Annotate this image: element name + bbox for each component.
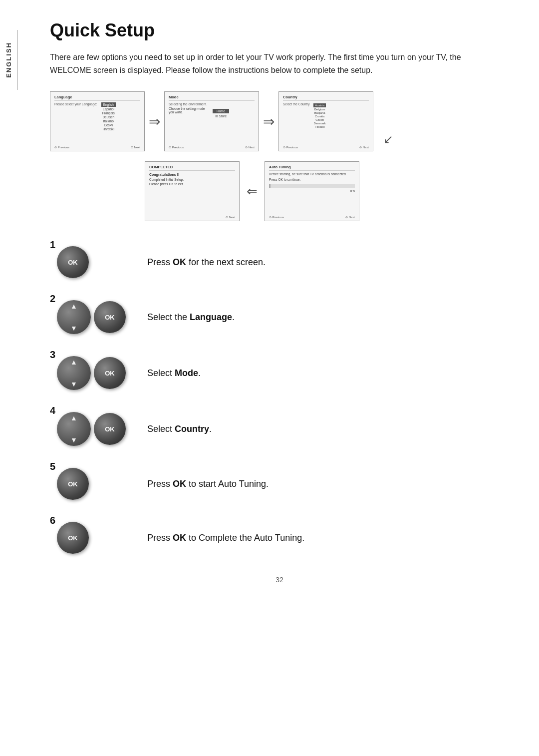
step-1-buttons: OK: [50, 246, 137, 278]
ok-label-5: OK: [68, 480, 78, 488]
language-screen-title: Language: [54, 95, 140, 101]
country-austria: Austria: [313, 103, 325, 107]
progress-bar: [269, 184, 355, 188]
step-6-text: Press OK to Complete the Auto Tuning.: [147, 531, 304, 545]
step-1-text: Press OK for the next screen.: [147, 256, 266, 269]
autotuning-screen-title: Auto Tuning: [269, 165, 355, 171]
step-2-ok-button: OK: [94, 301, 126, 333]
step-6-number: 6: [50, 515, 55, 526]
arrow-autotuning-to-completed: ⇐: [240, 184, 265, 199]
autotuning-screen-footer: ⊙ Previous ⊙ Next: [265, 215, 359, 219]
country-bulgaria: Bulgaria: [313, 111, 325, 114]
country-screen: Country Select the Country Austria Belgi…: [278, 91, 373, 151]
step-2-buttons: ▲ ▼ OK: [50, 300, 137, 334]
country-denmark: Denmark: [313, 122, 325, 125]
country-screen-title: Country: [283, 95, 369, 101]
completed-next: ⊙ Next: [226, 215, 235, 219]
autotuning-desc: Before starting, be sure that TV antenna…: [269, 172, 355, 176]
step-1-ok-button: OK: [57, 246, 89, 278]
ok-label-3: OK: [105, 370, 115, 377]
lang-deutsch: Deutsch: [101, 115, 116, 119]
step-5-buttons: OK: [50, 468, 137, 500]
lang-cesky: Cesky: [101, 123, 116, 127]
step-2-nav-up: ▲: [70, 302, 77, 310]
lang-english: English: [101, 102, 116, 107]
arrow-lang-to-mode: ⇒: [149, 113, 160, 130]
step-5-row: 5 OK Press OK to start Auto Tuning.: [50, 468, 509, 500]
step-2-text: Select the Language.: [147, 311, 235, 324]
mode-description: Choose the setting mode you want.: [169, 107, 209, 114]
country-prev: ⊙ Previous: [283, 145, 298, 149]
language-screen-subtitle: Please select your Language:: [54, 102, 97, 106]
step-1-number: 1: [50, 239, 55, 251]
language-screen-footer: ⊙ Previous ⊙ Next: [50, 145, 144, 149]
step-4-number: 4: [50, 405, 55, 416]
step-3-nav-down: ▼: [70, 380, 77, 388]
progress-fill: [269, 184, 270, 188]
ok-label-2: OK: [105, 314, 115, 321]
mode-prev: ⊙ Previous: [169, 145, 184, 149]
step-6-ok-button: OK: [57, 522, 89, 554]
completed-screen-title: COMPLETED: [149, 165, 235, 171]
page-title: Quick Setup: [50, 20, 509, 41]
step-1-row: 1 OK Press OK for the next screen.: [50, 246, 509, 278]
mode-screen-footer: ⊙ Previous ⊙ Next: [165, 145, 259, 149]
step-3-row: 3 ▲ ▼ OK Select Mode.: [50, 356, 509, 390]
lang-next: ⊙ Next: [131, 145, 140, 149]
ok-label-1: OK: [68, 259, 78, 266]
step-5-number: 5: [50, 461, 55, 472]
lang-espanol: Español: [101, 107, 116, 111]
language-list: English Español Français Deutsch Italian…: [101, 102, 116, 131]
step-2-number: 2: [50, 293, 55, 305]
step-3-nav-button: ▲ ▼: [57, 356, 91, 390]
lang-italiano: Italiano: [101, 119, 116, 123]
step-2-nav-down: ▼: [70, 324, 77, 332]
corner-arrow: ↙: [383, 132, 393, 146]
mode-next: ⊙ Next: [245, 145, 255, 149]
completed-line2: Please press OK to exit.: [149, 182, 235, 186]
step-3-ok-button: OK: [94, 357, 126, 389]
setup-diagram: Language Please select your Language: En…: [50, 91, 509, 221]
autotuning-next: ⊙ Next: [345, 215, 355, 219]
mode-list: Home In Store: [213, 109, 229, 118]
ok-label-6: OK: [68, 534, 78, 542]
country-croatia: Croatia: [313, 115, 325, 118]
completed-screen: COMPLETED Congratulations !! Completed I…: [145, 161, 240, 221]
step-3-nav-up: ▲: [70, 358, 77, 366]
step-6-row: 6 OK Press OK to Complete the Auto Tunin…: [50, 522, 509, 554]
diagram-bottom-row: COMPLETED Congratulations !! Completed I…: [145, 161, 509, 221]
diagram-top-row: Language Please select your Language: En…: [50, 91, 509, 151]
country-belgium: Belgium: [313, 108, 325, 111]
step-3-text: Select Mode.: [147, 367, 201, 380]
steps-section: 1 OK Press OK for the next screen. 2 ▲ ▼…: [50, 246, 509, 554]
step-2-row: 2 ▲ ▼ OK Select the Language.: [50, 300, 509, 334]
country-next: ⊙ Next: [359, 145, 369, 149]
page-number: 32: [50, 576, 509, 584]
ok-label-4: OK: [105, 425, 115, 433]
lang-hrvatski: Hrvatski: [101, 127, 116, 131]
sidebar-english: ENGLISH: [0, 30, 18, 90]
lang-prev: ⊙ Previous: [54, 145, 69, 149]
step-5-ok-button: OK: [57, 468, 89, 500]
country-screen-subtitle: Select the Country: [283, 102, 309, 127]
step-3-number: 3: [50, 349, 55, 361]
step-4-text: Select Country.: [147, 422, 212, 436]
step-4-nav-button: ▲ ▼: [57, 412, 91, 446]
country-screen-footer: ⊙ Previous ⊙ Next: [279, 145, 373, 149]
step-4-row: 4 ▲ ▼ OK Select Country.: [50, 412, 509, 446]
completed-line1: Completed Initial Setup.: [149, 178, 235, 181]
step-4-nav-up: ▲: [70, 414, 77, 422]
mode-screen-title: Mode: [169, 95, 255, 101]
country-list: Austria Belgium Bulgaria Croatia Czech D…: [313, 103, 325, 128]
completed-screen-footer: ⊙ Next: [145, 215, 239, 219]
progress-label: 0%: [269, 189, 355, 193]
autotuning-prev: ⊙ Previous: [269, 215, 284, 219]
lang-francais: Français: [101, 111, 116, 115]
arrow-mode-to-country: ⇒: [263, 113, 274, 130]
autotuning-press: Press OK to continue.: [269, 178, 355, 181]
completed-congrats: Congratulations !!: [149, 173, 235, 176]
mode-instore: In Store: [213, 114, 229, 118]
mode-home: Home: [213, 109, 229, 113]
step-4-buttons: ▲ ▼ OK: [50, 412, 137, 446]
language-screen: Language Please select your Language: En…: [50, 91, 145, 151]
